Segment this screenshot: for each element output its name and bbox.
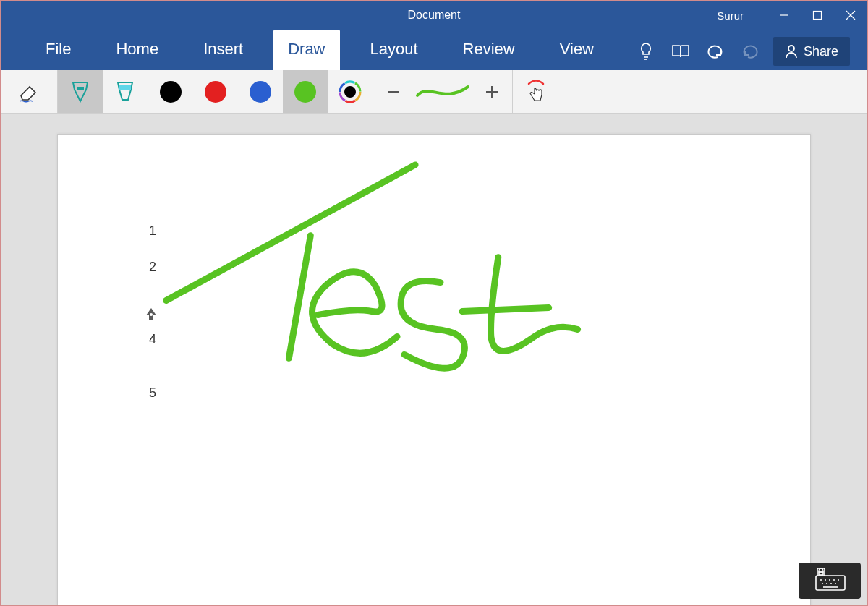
tab-insert[interactable]: Insert bbox=[189, 30, 258, 70]
keyboard-lock-icon bbox=[812, 568, 848, 593]
lightbulb-icon bbox=[638, 42, 654, 61]
plus-icon bbox=[485, 85, 499, 99]
tab-draw[interactable]: Draw bbox=[273, 30, 339, 70]
tab-layout[interactable]: Layout bbox=[356, 30, 433, 70]
stroke-preview-icon bbox=[414, 81, 471, 103]
draw-with-touch-button[interactable] bbox=[513, 70, 558, 113]
increase-thickness-button[interactable] bbox=[472, 70, 512, 113]
touch-keyboard-button[interactable] bbox=[799, 563, 861, 599]
book-open-icon bbox=[671, 43, 690, 59]
svg-rect-1 bbox=[814, 12, 822, 20]
tell-me-button[interactable] bbox=[630, 37, 662, 66]
color-wheel-icon bbox=[339, 80, 362, 103]
eraser-icon bbox=[17, 80, 41, 104]
ink-drawing bbox=[58, 135, 810, 606]
color-dot-red bbox=[205, 81, 226, 103]
window-maximize-button[interactable] bbox=[801, 1, 834, 30]
decrease-thickness-button[interactable] bbox=[373, 70, 414, 113]
color-dot-green bbox=[294, 81, 316, 103]
maximize-icon bbox=[812, 10, 822, 20]
touch-draw-icon bbox=[524, 80, 546, 104]
document-page[interactable]: 1 2 4 5 bbox=[57, 134, 811, 606]
color-green[interactable] bbox=[283, 70, 328, 113]
svg-marker-7 bbox=[73, 82, 88, 101]
color-blue[interactable] bbox=[238, 70, 283, 113]
svg-rect-8 bbox=[77, 87, 84, 90]
undo-icon bbox=[706, 43, 725, 59]
undo-button[interactable] bbox=[699, 37, 731, 66]
person-icon bbox=[785, 44, 798, 59]
user-name[interactable]: Surur bbox=[717, 9, 744, 22]
redo-button bbox=[734, 37, 766, 66]
redo-icon bbox=[741, 43, 760, 59]
window-minimize-button[interactable] bbox=[767, 1, 801, 30]
color-dot-black bbox=[160, 81, 182, 103]
draw-toolbar bbox=[1, 70, 867, 114]
tab-file[interactable]: File bbox=[31, 30, 85, 70]
svg-marker-9 bbox=[118, 82, 132, 100]
highlighter-icon bbox=[115, 80, 135, 104]
highlighter-tool[interactable] bbox=[103, 70, 148, 113]
reading-mode-button[interactable] bbox=[665, 37, 697, 66]
document-area: 1 2 4 5 bbox=[1, 114, 867, 606]
eraser-tool[interactable] bbox=[1, 70, 57, 113]
svg-point-6 bbox=[788, 46, 794, 51]
tab-review[interactable]: Review bbox=[448, 30, 529, 70]
tab-home[interactable]: Home bbox=[101, 30, 173, 70]
color-wheel[interactable] bbox=[328, 70, 373, 113]
share-label: Share bbox=[804, 44, 838, 59]
titlebar-separator bbox=[754, 8, 754, 22]
pen-tool[interactable] bbox=[58, 70, 103, 113]
close-icon bbox=[846, 10, 856, 20]
minus-icon bbox=[386, 85, 401, 99]
minimize-icon bbox=[779, 10, 789, 20]
ribbon-tabs: File Home Insert Draw Layout Review View… bbox=[1, 30, 867, 70]
svg-rect-23 bbox=[816, 576, 845, 590]
share-button[interactable]: Share bbox=[773, 37, 850, 66]
color-red[interactable] bbox=[193, 70, 238, 113]
window-titlebar: Document Surur bbox=[1, 1, 867, 30]
window-close-button[interactable] bbox=[834, 1, 867, 30]
color-dot-blue bbox=[250, 81, 271, 103]
stroke-preview bbox=[414, 70, 472, 113]
color-black[interactable] bbox=[148, 70, 193, 113]
svg-point-17 bbox=[344, 86, 356, 98]
pen-icon bbox=[70, 80, 90, 104]
svg-rect-10 bbox=[119, 85, 131, 90]
tab-view[interactable]: View bbox=[545, 30, 608, 70]
